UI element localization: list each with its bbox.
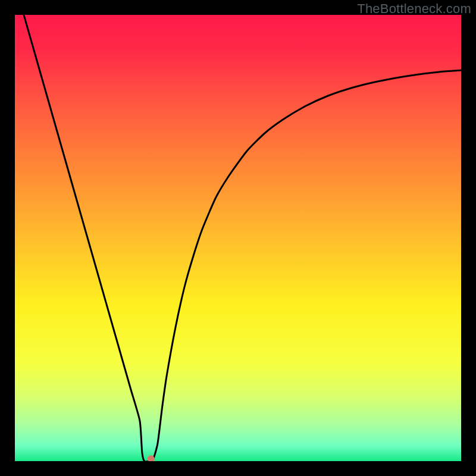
watermark-text: TheBottleneck.com bbox=[357, 1, 471, 17]
chart-background bbox=[15, 15, 461, 461]
chart-svg bbox=[15, 15, 461, 461]
plot-area bbox=[15, 15, 461, 461]
chart-frame: TheBottleneck.com bbox=[0, 0, 476, 476]
